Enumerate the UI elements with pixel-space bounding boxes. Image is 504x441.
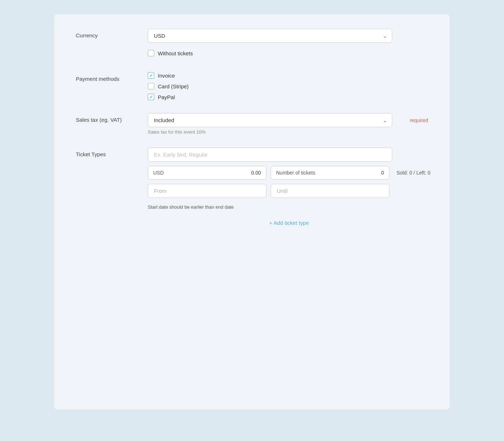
currency-row: Currency USD EUR GBP JPY ⌄ Without ticke… bbox=[76, 29, 428, 59]
ticket-types-field: USD 0.00 Number of tickets 0 Sold: 0 / L… bbox=[148, 148, 430, 226]
ticket-types-row: Ticket Types USD 0.00 Number of tickets … bbox=[76, 148, 428, 226]
paypal-label: PayPal bbox=[158, 94, 175, 100]
sales-tax-hint: Sales tax for this event 10% bbox=[148, 129, 404, 135]
without-tickets-checkbox[interactable] bbox=[148, 50, 154, 56]
ticket-price-box: USD 0.00 bbox=[148, 166, 266, 180]
add-ticket-type-button[interactable]: + Add ticket type bbox=[148, 220, 430, 226]
card-stripe-checkbox[interactable] bbox=[148, 83, 154, 89]
currency-label: Currency bbox=[76, 29, 148, 38]
ticket-num-box: Number of tickets 0 bbox=[271, 166, 389, 180]
ticket-currency-label: USD bbox=[153, 170, 164, 176]
form-container: Currency USD EUR GBP JPY ⌄ Without ticke… bbox=[54, 14, 450, 409]
ticket-types-label: Ticket Types bbox=[76, 148, 148, 157]
paypal-checkbox-row[interactable]: PayPal bbox=[148, 94, 428, 100]
until-date-input[interactable] bbox=[271, 184, 389, 198]
currency-select-wrapper: USD EUR GBP JPY ⌄ bbox=[148, 29, 392, 43]
invoice-checkbox[interactable] bbox=[148, 72, 154, 79]
ticket-price-num-row: USD 0.00 Number of tickets 0 Sold: 0 / L… bbox=[148, 166, 430, 180]
payment-methods-label: Payment methods bbox=[76, 72, 148, 82]
ticket-num-label: Number of tickets bbox=[276, 170, 315, 176]
card-stripe-checkbox-row[interactable]: Card (Stripe) bbox=[148, 83, 428, 89]
ticket-types-section: USD 0.00 Number of tickets 0 Sold: 0 / L… bbox=[148, 148, 430, 226]
currency-select[interactable]: USD EUR GBP JPY bbox=[148, 29, 392, 43]
currency-field: USD EUR GBP JPY ⌄ Without tickets bbox=[148, 29, 428, 59]
sales-tax-select-wrapper-outer: Included Excluded None ⌄ Sales tax for t… bbox=[148, 113, 404, 135]
sales-tax-select-wrapper: Included Excluded None ⌄ bbox=[148, 113, 392, 127]
ticket-num-value: 0 bbox=[318, 170, 384, 176]
ticket-name-input[interactable] bbox=[148, 148, 392, 162]
date-hint: Start date should be earlier than end da… bbox=[148, 204, 430, 210]
sales-tax-inner-row: Included Excluded None ⌄ Sales tax for t… bbox=[148, 113, 428, 135]
invoice-checkbox-row[interactable]: Invoice bbox=[148, 72, 428, 79]
ticket-price-value: 0.00 bbox=[167, 170, 261, 176]
without-tickets-label: Without tickets bbox=[158, 50, 193, 56]
from-date-input[interactable] bbox=[148, 184, 266, 198]
sales-tax-select[interactable]: Included Excluded None bbox=[148, 113, 392, 127]
without-tickets-row[interactable]: Without tickets bbox=[148, 50, 428, 56]
card-stripe-label: Card (Stripe) bbox=[158, 83, 189, 89]
payment-methods-field: Invoice Card (Stripe) PayPal bbox=[148, 72, 428, 100]
sales-tax-row: Sales tax (eg. VAT) Included Excluded No… bbox=[76, 113, 428, 135]
invoice-label: Invoice bbox=[158, 73, 175, 79]
payment-methods-row: Payment methods Invoice Card (Stripe) Pa… bbox=[76, 72, 428, 100]
paypal-checkbox[interactable] bbox=[148, 94, 154, 100]
sales-tax-required: required bbox=[410, 113, 428, 123]
sales-tax-field: Included Excluded None ⌄ Sales tax for t… bbox=[148, 113, 428, 135]
ticket-date-row bbox=[148, 184, 430, 198]
sales-tax-label: Sales tax (eg. VAT) bbox=[76, 113, 148, 123]
sold-info: Sold: 0 / Left: 0 bbox=[394, 170, 430, 176]
